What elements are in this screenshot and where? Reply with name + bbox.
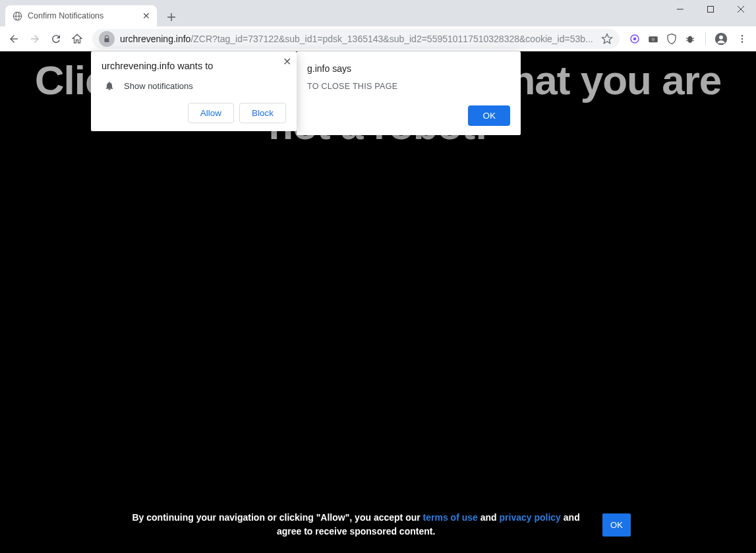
permission-item-label: Show notifications [124,81,193,91]
window-maximize-button[interactable] [695,0,726,18]
alert-title: g.info says [307,63,510,74]
lock-icon[interactable] [99,31,115,47]
address-bar[interactable]: urchrevening.info/ZCR?tag_id=737122&sub_… [92,29,620,49]
permission-close-button[interactable]: ✕ [283,55,291,68]
bell-icon [104,80,115,91]
shield-icon[interactable] [664,32,679,46]
browser-toolbar: urchrevening.info/ZCR?tag_id=737122&sub_… [0,26,756,51]
privacy-link[interactable]: privacy policy [500,512,561,523]
bug-icon[interactable] [683,32,697,46]
alert-ok-button[interactable]: OK [468,105,510,126]
toolbar-divider [705,32,706,45]
camera-icon[interactable] [646,32,660,46]
block-button[interactable]: Block [239,103,286,123]
origin-icon[interactable] [627,32,642,46]
svg-line-17 [692,40,694,41]
allow-button[interactable]: Allow [188,103,234,123]
svg-rect-1 [708,7,714,13]
profile-button[interactable] [711,29,731,49]
back-button[interactable] [4,29,24,49]
alert-message: TO CLOSE THIS PAGE [307,82,510,91]
javascript-alert-dialog: g.info says TO CLOSE THIS PAGE OK [297,51,521,135]
cookie-consent-bar: By continuing your navigation or clickin… [0,503,756,553]
tab-title: Confirm Notifications [28,11,137,20]
terms-link[interactable]: terms of use [423,512,478,523]
tab-close-button[interactable]: ✕ [142,11,150,21]
svg-point-22 [741,41,743,43]
cookie-ok-button[interactable]: OK [602,513,631,537]
window-close-button[interactable] [726,0,756,18]
globe-icon [12,11,22,21]
notification-permission-popup: ✕ urchrevening.info wants to Show notifi… [91,51,297,131]
forward-button[interactable] [25,29,45,49]
svg-point-12 [651,38,654,41]
permission-title: urchrevening.info wants to [102,61,286,71]
url-text: urchrevening.info/ZCR?tag_id=737122&sub_… [120,34,596,44]
home-button[interactable] [67,29,87,49]
bookmark-star-icon[interactable] [601,33,613,45]
svg-point-10 [633,37,637,40]
kebab-menu-button[interactable] [732,29,752,49]
tabstrip: Confirm Notifications ✕ [0,0,756,26]
svg-point-20 [741,35,743,37]
svg-line-16 [686,40,688,41]
svg-point-19 [719,35,723,39]
window-minimize-button[interactable] [665,0,695,18]
extension-icons [625,32,700,46]
new-tab-button[interactable] [162,8,181,26]
svg-point-21 [741,38,743,40]
cookie-consent-text: By continuing your navigation or clickin… [125,511,587,538]
reload-button[interactable] [46,29,66,49]
svg-point-13 [687,36,693,43]
browser-tab[interactable]: Confirm Notifications ✕ [5,5,157,26]
